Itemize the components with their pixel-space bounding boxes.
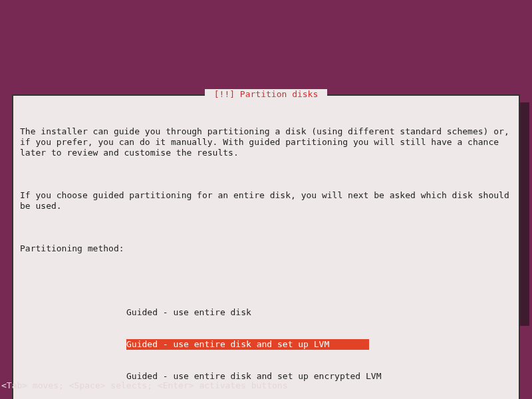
option-guided-lvm[interactable]: Guided - use entire disk and set up LVM bbox=[126, 339, 369, 350]
dialog-paragraph-1: The installer can guide you through part… bbox=[20, 126, 512, 158]
dialog-paragraph-2: If you choose guided partitioning for an… bbox=[20, 190, 512, 211]
status-bar: <Tab> moves; <Space> selects; <Enter> ac… bbox=[0, 380, 287, 391]
dialog-title-wrap: [!!] Partition disks bbox=[13, 89, 519, 100]
partitioning-method-prompt: Partitioning method: bbox=[20, 243, 512, 254]
dialog-title: [!!] Partition disks bbox=[205, 89, 327, 100]
partition-dialog: [!!] Partition disks The installer can g… bbox=[12, 94, 520, 399]
option-guided-entire-disk[interactable]: Guided - use entire disk bbox=[126, 307, 512, 318]
dialog-content: The installer can guide you through part… bbox=[13, 96, 519, 399]
